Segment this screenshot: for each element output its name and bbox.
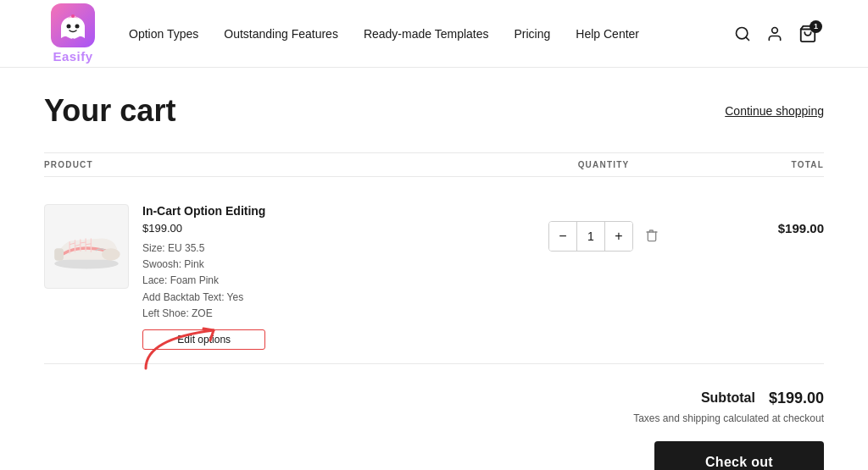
user-button[interactable] bbox=[766, 25, 783, 42]
table-headers: Product Quantity Total bbox=[44, 152, 824, 177]
cart-button[interactable]: 1 bbox=[798, 25, 817, 43]
quantity-col-header: Quantity bbox=[519, 160, 688, 169]
svg-point-1 bbox=[67, 25, 71, 29]
product-area: In-Cart Option Editing $199.00 Size: EU … bbox=[44, 204, 519, 350]
attr-lace: Lace: Foam Pink bbox=[142, 274, 219, 286]
cart-count: 1 bbox=[810, 20, 822, 33]
svg-point-6 bbox=[772, 27, 778, 33]
attr-swoosh: Swoosh: Pink bbox=[142, 258, 204, 270]
logo-image bbox=[51, 3, 95, 47]
subtotal-label: Subtotal bbox=[701, 390, 755, 406]
product-price: $199.00 bbox=[142, 222, 265, 235]
product-image bbox=[44, 204, 129, 289]
product-name: In-Cart Option Editing bbox=[142, 204, 265, 218]
annotation-arrow bbox=[129, 322, 239, 377]
attr-backtab: Add Backtab Text: Yes bbox=[142, 291, 243, 303]
main-nav: Option Types Outstanding Features Ready-… bbox=[129, 27, 734, 41]
quantity-controls: − + bbox=[548, 221, 633, 252]
total-col-header: Total bbox=[688, 160, 824, 169]
decrease-quantity-button[interactable]: − bbox=[549, 222, 576, 251]
nav-item-help-center[interactable]: Help Center bbox=[576, 27, 639, 41]
delete-item-button[interactable] bbox=[645, 227, 659, 246]
product-attributes: Size: EU 35.5 Swoosh: Pink Lace: Foam Pi… bbox=[142, 241, 265, 322]
attr-left-shoe: Left Shoe: ZOE bbox=[142, 307, 213, 319]
cart-title: Your cart bbox=[44, 93, 175, 129]
subtotal-amount: $199.00 bbox=[769, 390, 824, 407]
tax-note: Taxes and shipping calculated at checkou… bbox=[633, 412, 824, 424]
nav-item-ready-made-templates[interactable]: Ready-made Templates bbox=[364, 27, 489, 41]
quantity-area: − + bbox=[519, 204, 688, 252]
logo-link[interactable]: Easify bbox=[51, 3, 95, 64]
search-button[interactable] bbox=[734, 25, 751, 42]
product-col-header: Product bbox=[44, 160, 519, 169]
subtotal-section: Subtotal $199.00 Taxes and shipping calc… bbox=[44, 390, 824, 470]
subtotal-row: Subtotal $199.00 bbox=[701, 390, 824, 407]
svg-point-3 bbox=[71, 14, 75, 18]
checkout-button[interactable]: Check out bbox=[654, 441, 824, 470]
main-content: Your cart Continue shopping Product Quan… bbox=[27, 68, 841, 470]
site-header: Easify Option Types Outstanding Features… bbox=[0, 0, 868, 68]
increase-quantity-button[interactable]: + bbox=[605, 222, 632, 251]
item-total-area: $199.00 bbox=[688, 204, 824, 235]
svg-point-2 bbox=[75, 25, 80, 29]
nav-item-option-types[interactable]: Option Types bbox=[129, 27, 198, 41]
cart-header: Your cart Continue shopping bbox=[44, 93, 824, 129]
continue-shopping-button[interactable]: Continue shopping bbox=[725, 104, 824, 118]
attr-size: Size: EU 35.5 bbox=[142, 242, 204, 254]
nav-item-pricing[interactable]: Pricing bbox=[515, 27, 551, 41]
brand-name: Easify bbox=[53, 49, 92, 64]
svg-rect-10 bbox=[54, 248, 64, 260]
svg-line-5 bbox=[746, 36, 749, 40]
item-total-price: $199.00 bbox=[778, 221, 824, 235]
header-icons: 1 bbox=[734, 25, 817, 43]
quantity-input[interactable] bbox=[576, 222, 605, 251]
nav-item-outstanding-features[interactable]: Outstanding Features bbox=[224, 27, 338, 41]
